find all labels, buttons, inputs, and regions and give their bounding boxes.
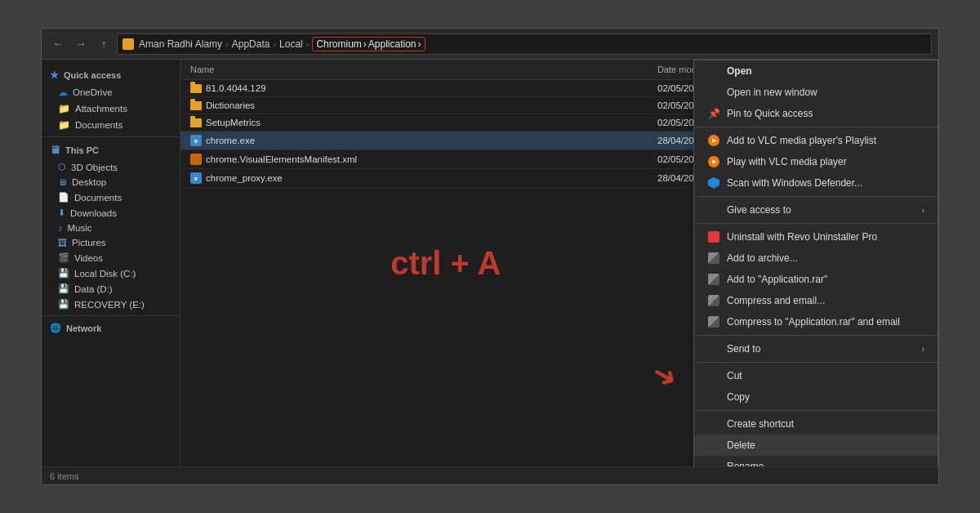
ctx-item-open[interactable]: Open xyxy=(694,60,938,82)
ctx-item-rename[interactable]: Rename xyxy=(694,456,938,466)
back-button[interactable]: ← xyxy=(48,34,68,54)
ctx-item-add-app-rar[interactable]: Add to "Application.rar" xyxy=(694,269,938,290)
sidebar-item-desktop-label: Desktop xyxy=(72,177,106,187)
main-content: ★ Quick access ☁ OneDrive 📁 Attachments … xyxy=(42,60,938,466)
file-list: Name Date modified Type Size 81.0.4044.1… xyxy=(180,60,938,466)
arrow-pointer: ➜ xyxy=(646,355,684,396)
sidebar-item-onedrive[interactable]: ☁ OneDrive xyxy=(42,84,180,100)
create-shortcut-icon xyxy=(707,417,720,430)
ctx-item-copy[interactable]: Copy xyxy=(694,386,938,408)
data-d-icon: 💾 xyxy=(58,283,69,294)
ctx-item-compress-app-email[interactable]: Compress to "Application.rar" and email xyxy=(694,311,938,332)
ctx-item-add-archive-left: Add to archive... xyxy=(707,252,798,265)
up-button[interactable]: ↑ xyxy=(94,34,114,54)
ctx-item-give-access-left: Give access to xyxy=(707,203,791,216)
ctx-divider-2 xyxy=(694,196,938,197)
sidebar-section-this-pc[interactable]: 🖥 This PC xyxy=(42,141,180,159)
delete-icon xyxy=(707,439,720,452)
ctx-item-delete-label: Delete xyxy=(727,439,755,451)
sidebar-item-documents2-label: Documents xyxy=(74,193,122,203)
ctx-item-vlc-playlist-label: Add to VLC media player's Playlist xyxy=(727,135,876,146)
sidebar-item-3d-objects[interactable]: ⬡ 3D Objects xyxy=(42,159,180,175)
sidebar-divider-2 xyxy=(42,315,180,316)
sidebar-item-pictures[interactable]: 🖼 Pictures xyxy=(42,235,180,250)
desktop-icon: 🖥 xyxy=(58,177,67,187)
ctx-item-pin-quick-access[interactable]: 📌 Pin to Quick access xyxy=(694,103,938,124)
vlc-playlist-icon: ▶ xyxy=(707,134,720,147)
sidebar-item-documents[interactable]: 📁 Documents xyxy=(42,117,180,133)
ctx-item-compress-app-email-label: Compress to "Application.rar" and email xyxy=(727,316,900,328)
ctx-item-vlc-playlist[interactable]: ▶ Add to VLC media player's Playlist xyxy=(694,130,938,151)
ctx-item-compress-email[interactable]: Compress and email... xyxy=(694,290,938,311)
sidebar-item-music[interactable]: ♪ Music xyxy=(42,221,180,235)
sidebar-item-videos[interactable]: 🎬 Videos xyxy=(42,250,180,265)
pc-icon: 🖥 xyxy=(50,144,60,156)
breadcrumb-sep-2: › xyxy=(273,39,276,49)
ctx-item-vlc-playlist-left: ▶ Add to VLC media player's Playlist xyxy=(707,134,876,147)
ctx-divider-4 xyxy=(694,335,938,336)
sidebar-item-downloads[interactable]: ⬇ Downloads xyxy=(42,205,180,221)
sidebar-item-desktop[interactable]: 🖥 Desktop xyxy=(42,175,180,190)
exe-icon: e xyxy=(190,135,202,146)
ctx-item-add-archive[interactable]: Add to archive... xyxy=(694,248,938,269)
defender-icon xyxy=(707,176,720,190)
open-icon xyxy=(707,65,720,78)
sidebar-section-network[interactable]: 🌐 Network xyxy=(42,319,180,337)
music-icon: ♪ xyxy=(58,223,63,233)
sidebar-item-recovery-e[interactable]: 💾 RECOVERY (E:) xyxy=(42,297,180,312)
ctx-item-uninstall-left: Uninstall with Revo Uninstaller Pro xyxy=(707,230,877,243)
file-name-cell: e chrome.exe xyxy=(187,134,654,147)
ctx-item-create-shortcut[interactable]: Create shortcut xyxy=(694,413,938,435)
sidebar-item-data-d[interactable]: 💾 Data (D:) xyxy=(42,281,180,297)
sidebar-item-local-disk-c[interactable]: 💾 Local Disk (C:) xyxy=(42,265,180,281)
pictures-icon: 🖼 xyxy=(58,238,67,248)
ctx-item-create-shortcut-left: Create shortcut xyxy=(707,417,794,430)
file-name-cell: e chrome_proxy.exe xyxy=(187,172,654,185)
ctx-item-scan-defender[interactable]: Scan with Windows Defender... xyxy=(694,172,938,194)
sidebar-item-music-label: Music xyxy=(68,223,92,233)
ctx-divider-3 xyxy=(694,223,938,224)
ctx-item-open-new-window[interactable]: Open in new window xyxy=(694,82,938,103)
sidebar-item-documents2[interactable]: 📄 Documents xyxy=(42,190,180,205)
ctx-item-play-vlc-left: ▶ Play with VLC media player xyxy=(707,155,847,168)
forward-button[interactable]: → xyxy=(71,34,91,54)
ctx-item-cut-label: Cut xyxy=(727,370,742,381)
pin-icon: 📌 xyxy=(707,107,720,120)
file-name-cell: chrome.VisualElementsManifest.xml xyxy=(187,153,654,166)
sidebar-divider-1 xyxy=(42,136,180,137)
ctx-item-give-access[interactable]: Give access to › xyxy=(694,199,938,221)
file-explorer-window: ← → ↑ Aman Radhi Alamy › AppData › Local… xyxy=(41,28,939,485)
cut-icon xyxy=(707,369,720,382)
compress-app-email-icon xyxy=(707,315,720,328)
shortcut-label: ctrl + A xyxy=(390,245,501,282)
ctx-item-send-to[interactable]: Send to › xyxy=(694,338,938,359)
breadcrumb-application: Application xyxy=(368,38,416,50)
open-new-window-icon xyxy=(707,86,720,99)
address-bar[interactable]: Aman Radhi Alamy › AppData › Local › Chr… xyxy=(117,33,932,55)
file-name: chrome.exe xyxy=(206,136,255,145)
context-menu: Open Open in new window 📌 Pin to Quick a… xyxy=(693,60,938,466)
ctx-item-uninstall-revo[interactable]: Uninstall with Revo Uninstaller Pro xyxy=(694,226,938,248)
sidebar-section-network-label: Network xyxy=(66,323,101,333)
breadcrumb-highlight[interactable]: Chromium › Application › xyxy=(312,37,425,51)
vlc-play-icon: ▶ xyxy=(707,155,720,168)
ctx-item-delete-left: Delete xyxy=(707,439,755,452)
ctx-item-compress-email-left: Compress and email... xyxy=(707,294,825,307)
sidebar-section-quick-access[interactable]: ★ Quick access xyxy=(42,66,180,84)
ctx-item-play-vlc[interactable]: ▶ Play with VLC media player xyxy=(694,151,938,172)
sidebar-section-quick-access-label: Quick access xyxy=(64,70,121,80)
file-name: chrome_proxy.exe xyxy=(206,173,283,183)
ctx-item-open-new-window-left: Open in new window xyxy=(707,86,817,99)
compress-email-icon xyxy=(707,294,720,307)
add-app-rar-icon xyxy=(707,273,720,286)
network-icon: 🌐 xyxy=(50,323,61,333)
file-name: 81.0.4044.129 xyxy=(206,83,266,93)
sidebar-item-attachments-label: Attachments xyxy=(75,104,127,114)
breadcrumb-appdata: AppData xyxy=(232,38,270,50)
ctx-item-cut[interactable]: Cut xyxy=(694,365,938,386)
ctx-item-delete[interactable]: Delete xyxy=(694,435,938,456)
folder-icon xyxy=(190,84,202,93)
sidebar-item-3d-label: 3D Objects xyxy=(71,163,118,172)
sidebar-item-attachments[interactable]: 📁 Attachments xyxy=(42,100,180,117)
chevron-right-icon-2: › xyxy=(922,345,924,354)
